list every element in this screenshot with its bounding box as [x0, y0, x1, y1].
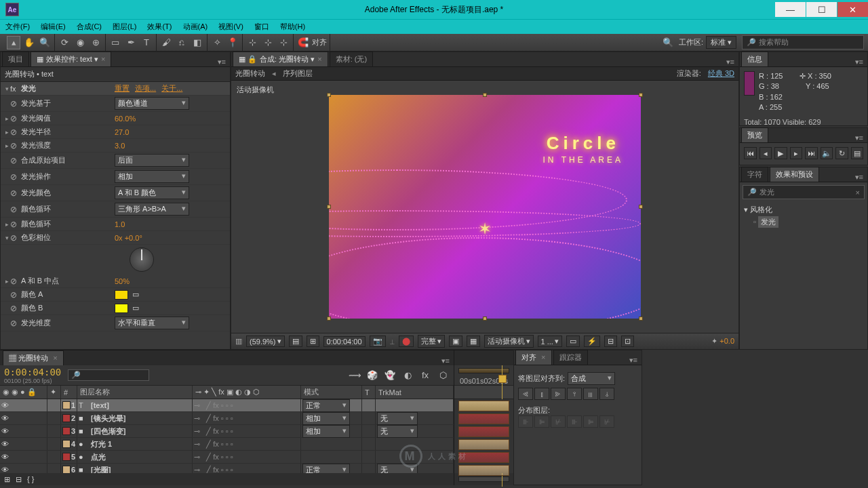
- tab-comp[interactable]: ▦ 🔒合成: 光圈转动 ▾×: [233, 52, 328, 66]
- align-bottom-icon[interactable]: ⫰: [599, 388, 614, 400]
- tab-project[interactable]: 项目: [2, 52, 29, 66]
- col-trkmat[interactable]: TrkMat: [376, 386, 454, 399]
- dd-glow-dim[interactable]: 水平和垂直: [115, 317, 189, 329]
- tl-brackets-icon[interactable]: { }: [27, 475, 34, 483]
- ram-preview-button[interactable]: ▤: [851, 147, 864, 159]
- tab-info[interactable]: 信息: [741, 52, 768, 66]
- eraser-tool[interactable]: ◧: [191, 36, 204, 49]
- tab-character[interactable]: 字符: [741, 167, 768, 182]
- tl-icon-1[interactable]: ⟿: [348, 369, 361, 382]
- layer-bar[interactable]: [458, 452, 509, 463]
- prev-frame-button[interactable]: ◂: [760, 147, 772, 159]
- comp-canvas[interactable]: Circle IN THE AREA ✶: [329, 95, 641, 319]
- pan-behind-tool[interactable]: ⊕: [89, 36, 102, 49]
- tab-effect-controls[interactable]: ▦效果控件: text ▾×: [31, 52, 111, 66]
- pixel-aspect-icon[interactable]: ▭: [566, 336, 580, 347]
- effects-search[interactable]: 🔎 发光×: [743, 185, 865, 199]
- layer-bar[interactable]: [458, 465, 509, 476]
- menu-help[interactable]: 帮助(H): [280, 22, 305, 32]
- menu-edit[interactable]: 编辑(E): [41, 22, 66, 32]
- rotate-tool[interactable]: ⟳: [58, 36, 71, 49]
- layer-bar[interactable]: [458, 401, 509, 411]
- layer-row[interactable]: 👁 1 T[text] ⊸ ╱ fx ▫ ▫ ▫ 正常: [0, 399, 454, 412]
- camera-dropdown[interactable]: 活动摄像机 ▾: [484, 335, 534, 348]
- tl-toggle-modes-icon[interactable]: ⊟: [16, 475, 22, 484]
- val-ab-mid[interactable]: 50%: [115, 277, 130, 285]
- roi-icon[interactable]: ▣: [449, 336, 462, 347]
- align-top-icon[interactable]: ⫯: [567, 388, 582, 400]
- panel-menu-icon[interactable]: ▾≡: [722, 58, 738, 66]
- tab-align[interactable]: 对齐 ×: [515, 350, 552, 365]
- search-comp-icon[interactable]: 🔍: [661, 36, 675, 49]
- menu-file[interactable]: 文件(F): [5, 22, 30, 32]
- effect-options[interactable]: 选项...: [135, 83, 156, 94]
- workspace-dropdown[interactable]: 标准 ▾: [706, 36, 736, 49]
- help-search[interactable]: 🔎 搜索帮助: [742, 35, 864, 49]
- col-layer-name[interactable]: 图层名称: [77, 386, 193, 399]
- tl-icon-2[interactable]: 🎲: [366, 369, 379, 382]
- hand-tool[interactable]: ✋: [22, 36, 36, 49]
- zoom-tool[interactable]: 🔍: [38, 36, 52, 49]
- val-9[interactable]: 0x +0.0°: [115, 234, 142, 242]
- puppet-tool[interactable]: 📍: [226, 36, 239, 49]
- tl-3d-icon[interactable]: ⬡: [436, 369, 450, 382]
- next-frame-button[interactable]: ▸: [790, 147, 803, 159]
- layer-bar[interactable]: [458, 439, 509, 450]
- val-3[interactable]: 3.0: [115, 142, 125, 150]
- mute-button[interactable]: 🔈: [821, 147, 833, 159]
- menu-window[interactable]: 窗口: [254, 22, 269, 32]
- snapshot-icon[interactable]: 📷: [370, 336, 386, 347]
- menu-view[interactable]: 视图(V): [218, 22, 243, 32]
- align-vcenter-icon[interactable]: ⫼: [583, 388, 598, 400]
- align-left-icon[interactable]: ⫷: [518, 388, 533, 400]
- view-axis-icon[interactable]: ⊹: [277, 36, 290, 49]
- close-icon[interactable]: ×: [101, 55, 105, 63]
- shape-tool[interactable]: ▭: [108, 36, 122, 49]
- transparency-icon[interactable]: ▦: [467, 336, 480, 347]
- grid-icon[interactable]: ⊞: [307, 336, 319, 347]
- layer-row[interactable]: 👁 3 ■[四色渐变] ⊸ ╱ fx ▫ ▫ ▫ 相加无: [0, 425, 454, 438]
- current-timecode[interactable]: 0:00:04:00: [4, 367, 61, 378]
- tl-fx-icon[interactable]: fx: [418, 369, 432, 382]
- align-right-icon[interactable]: ⫸: [551, 388, 566, 400]
- layer-row[interactable]: 👁 4 ●灯光 1 ⊸ ╱ fx ▫ ▫ ▫: [0, 438, 454, 451]
- last-frame-button[interactable]: ⏭: [805, 147, 818, 159]
- tl-toggle-switches-icon[interactable]: ⊞: [4, 475, 10, 484]
- layer-bar[interactable]: [458, 426, 509, 437]
- dd-7[interactable]: 三角形 A>B>A: [115, 203, 189, 216]
- breadcrumb-seq[interactable]: 序列图层: [283, 68, 313, 79]
- menu-animation[interactable]: 动画(A): [183, 22, 208, 32]
- dd-0[interactable]: 颜色通道: [115, 97, 189, 110]
- channels-icon[interactable]: ⬤: [399, 336, 414, 347]
- clone-tool[interactable]: ⎌: [175, 36, 189, 49]
- pen-tool[interactable]: ✒: [124, 36, 138, 49]
- color-a-swatch[interactable]: [115, 290, 128, 300]
- panel-menu-icon[interactable]: ▾≡: [214, 58, 230, 66]
- effect-name[interactable]: 发光: [20, 83, 115, 94]
- play-button[interactable]: ▶: [774, 147, 787, 159]
- val-1[interactable]: 60.0%: [115, 115, 136, 123]
- layer-row[interactable]: 👁 2 ■[镜头光晕] ⊸ ╱ fx ▫ ▫ ▫ 相加无: [0, 412, 454, 425]
- align-hcenter-icon[interactable]: ⫿: [534, 388, 549, 400]
- exposure-value[interactable]: ✦ +0.0: [711, 337, 734, 346]
- local-axis-icon[interactable]: ⊹: [245, 36, 259, 49]
- breadcrumb-comp[interactable]: 光圈转动: [235, 68, 265, 79]
- timeline-icon[interactable]: ⊟: [604, 336, 617, 347]
- layer-row[interactable]: 👁 6 ■[光圈] ⊸ ╱ fx ▫ ▫ ▫ 正常无: [0, 464, 454, 473]
- tl-shy-icon[interactable]: 👻: [383, 369, 397, 382]
- timeline-search[interactable]: 🔎: [68, 369, 149, 381]
- tl-blur-icon[interactable]: ◐: [401, 369, 414, 382]
- tab-tracker[interactable]: 跟踪器: [553, 350, 588, 365]
- renderer-link[interactable]: 经典 3D: [708, 68, 734, 79]
- color-b-swatch[interactable]: [115, 304, 128, 313]
- maximize-button[interactable]: ☐: [806, 2, 837, 17]
- tab-footage[interactable]: 素材: (无): [330, 52, 373, 66]
- align-target-dropdown[interactable]: 合成: [568, 372, 615, 385]
- resolution-dropdown[interactable]: 完整 ▾: [418, 335, 445, 348]
- layer-row[interactable]: 👁 5 ●点光 ⊸ ╱ fx ▫ ▫ ▫: [0, 451, 454, 464]
- snap-icon[interactable]: 🧲: [296, 36, 310, 49]
- dd-4[interactable]: 后面: [115, 154, 189, 167]
- selection-tool[interactable]: ▴: [7, 36, 20, 49]
- val-8[interactable]: 1.0: [115, 220, 125, 228]
- menu-composition[interactable]: 合成(C): [77, 22, 102, 32]
